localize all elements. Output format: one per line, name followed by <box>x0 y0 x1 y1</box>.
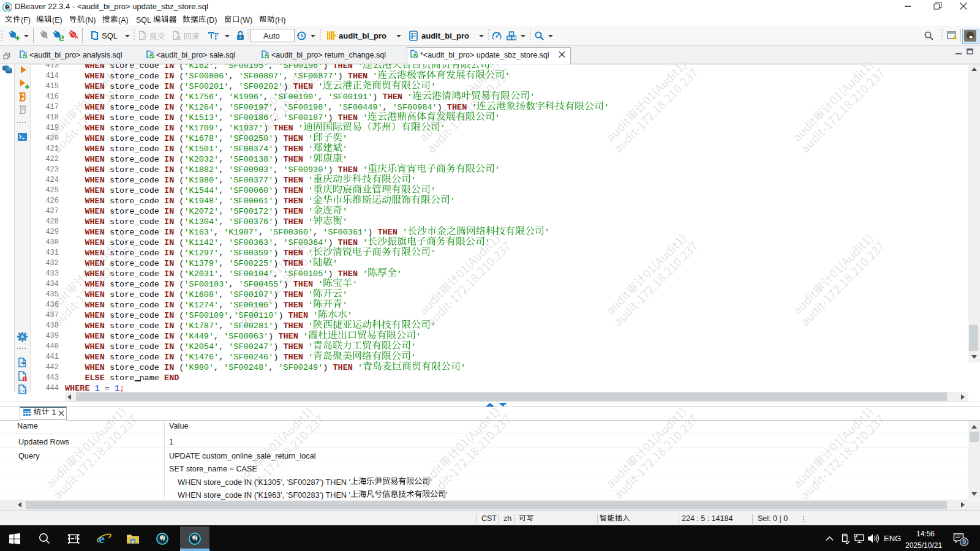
svg-text:9: 9 <box>962 539 966 545</box>
svg-text:e: e <box>99 531 105 546</box>
svg-text:(x): (x) <box>20 389 27 394</box>
